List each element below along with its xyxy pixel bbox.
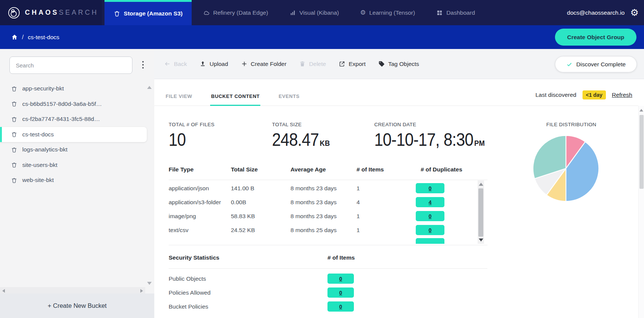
bucket-options-kebab-icon[interactable] [141, 60, 144, 69]
cell-num-items: 1 [357, 185, 416, 192]
bucket-name: app-security-bkt [22, 85, 64, 92]
create-new-bucket-button[interactable]: + Create New Bucket [0, 294, 154, 318]
security-row: Public Objects 0 [169, 272, 487, 286]
cell-average-age: 8 months 23 days [290, 213, 357, 220]
refresh-link[interactable]: Refresh [612, 92, 632, 98]
hscroll-left-arrow[interactable] [2, 289, 5, 293]
nav-item-learning[interactable]: ⚙ Learning (Tensor) [360, 9, 415, 16]
header-num-duplicates: # of Duplicates [416, 166, 487, 173]
security-badge[interactable]: 0 [327, 301, 354, 312]
breadcrumb-bar: / cs-test-docs Create Object Group [0, 25, 644, 49]
nav-item-refinery[interactable]: Refinery (Data Edge) [203, 9, 268, 16]
sidebar-scroll-up-arrow[interactable] [147, 86, 152, 89]
cell-file-type: image/png [169, 213, 231, 220]
user-email: docs@chaossearch.io [567, 9, 625, 16]
total-files-value: 10 [169, 129, 186, 150]
create-folder-button[interactable]: Create Folder [241, 61, 287, 67]
duplicates-badge[interactable]: 4 [416, 197, 444, 207]
bucket-list-item[interactable]: app-security-bkt [0, 81, 147, 96]
duplicates-badge[interactable]: 0 [416, 211, 444, 221]
file-table-scroll-area: application/json 141.00 B 8 months 23 da… [169, 180, 487, 244]
cell-total-size: 0.00B [231, 199, 290, 206]
tab-storage-amazon-s3[interactable]: Storage (Amazon S3) [105, 0, 192, 25]
nav-item-dashboard[interactable]: Dashboard [436, 9, 475, 16]
duplicates-badge[interactable]: 0 [416, 183, 444, 193]
bucket-list-item[interactable]: logs-analytics-bkt [0, 142, 147, 157]
table-scrollbar[interactable] [478, 180, 484, 244]
bucket-name: site-users-bkt [22, 162, 57, 168]
nav-item-label: Dashboard [446, 9, 475, 16]
header-average-age: Average Age [290, 166, 357, 173]
nav-links: Refinery (Data Edge) Visual (Kibana) ⚙ L… [203, 0, 475, 25]
bucket-list-item[interactable]: web-site-bkt [0, 173, 147, 188]
bucket-list-item[interactable]: site-users-bkt [0, 157, 147, 173]
total-files-label: TOTAL # OF FILES [169, 122, 215, 127]
discover-complete-button[interactable]: Discover Complete [555, 56, 637, 72]
total-size-value: 248.47KB [272, 129, 330, 150]
security-title: Security Statistics [169, 254, 327, 261]
upload-button[interactable]: Upload [200, 61, 228, 67]
security-row: Bucket Policies 0 [169, 300, 487, 313]
cell-total-size: 141.00 B [231, 185, 290, 192]
total-size-unit: KB [320, 139, 330, 147]
cell-file-type: application/s3-folder [169, 199, 231, 206]
main-toolbar: Back Upload Create Folder Delete Export … [154, 49, 644, 79]
bucket-icon [11, 162, 17, 168]
file-distribution-title: FILE DISTRIBUTION [546, 122, 596, 127]
tab-events[interactable]: EVENTS [278, 93, 300, 106]
upload-icon [200, 61, 206, 67]
security-badge[interactable]: 0 [327, 274, 354, 284]
security-divider [169, 268, 487, 269]
table-row: application/s3-folder 0.00B 8 months 23 … [169, 195, 487, 209]
tag-objects-button[interactable]: Tag Objects [378, 61, 419, 67]
gear-icon: ⚙ [360, 9, 366, 16]
bucket-icon [11, 147, 17, 153]
file-distribution-pie [532, 135, 600, 202]
security-badge[interactable]: 0 [327, 287, 354, 298]
cell-average-age: 8 months 25 days [290, 227, 357, 234]
table-scroll-up-arrow[interactable] [479, 183, 483, 186]
bucket-icon [11, 101, 17, 107]
sidebar-horizontal-scrollbar[interactable] [0, 287, 145, 294]
cell-average-age: 8 months 23 days [290, 185, 357, 192]
page-scrollbar[interactable] [638, 106, 644, 318]
brand-logo[interactable]: CHAOSSEARCH [0, 0, 102, 25]
bucket-list-item[interactable]: cs-f2ba7747-8431-3fc5-88d… [0, 112, 147, 127]
trash-icon [299, 61, 306, 67]
table-scroll-thumb[interactable] [478, 188, 483, 237]
bucket-list-item[interactable]: cs-test-docs [0, 127, 147, 142]
nav-item-label: Learning (Tensor) [369, 9, 415, 16]
bucket-list-item[interactable]: cs-b6bd5157-8d0d-3a6a-b5f… [0, 96, 147, 112]
duplicates-badge[interactable] [416, 238, 444, 244]
table-row [169, 237, 487, 244]
search-input[interactable] [9, 57, 132, 74]
back-button[interactable]: Back [164, 61, 187, 67]
nav-item-visual[interactable]: Visual (Kibana) [289, 9, 339, 16]
export-icon [339, 61, 345, 67]
hscroll-right-arrow[interactable] [140, 289, 143, 293]
tab-storage-label: Storage (Amazon S3) [124, 10, 183, 17]
page-scroll-up-arrow[interactable] [639, 109, 643, 112]
tab-file-view[interactable]: FILE VIEW [165, 93, 193, 106]
duplicates-badge[interactable]: 0 [416, 225, 444, 235]
delete-button[interactable]: Delete [299, 61, 326, 67]
security-row-label: Bucket Policies [169, 303, 327, 310]
cell-total-size: 58.83 KB [231, 213, 290, 220]
table-bottom-divider [169, 245, 487, 245]
home-icon[interactable] [11, 34, 18, 40]
creation-date-unit: PM [474, 139, 485, 147]
tab-bucket-content[interactable]: BUCKET CONTENT [210, 93, 260, 106]
bucket-list: app-security-bkt cs-b6bd5157-8d0d-3a6a-b… [0, 81, 147, 188]
cell-total-size: 24.52 KB [231, 227, 290, 234]
settings-gear-icon[interactable]: ⚙ [630, 8, 639, 17]
chaossearch-logo-icon [8, 6, 20, 19]
bucket-name: web-site-bkt [22, 177, 54, 183]
page-scroll-thumb[interactable] [639, 115, 644, 189]
bucket-name: cs-b6bd5157-8d0d-3a6a-b5f… [22, 101, 102, 107]
sidebar-scroll-down-arrow[interactable] [147, 282, 152, 285]
table-row: image/png 58.83 KB 8 months 23 days 1 0 [169, 209, 487, 223]
export-button[interactable]: Export [339, 61, 366, 67]
table-scroll-down-arrow[interactable] [479, 238, 483, 242]
create-object-group-button[interactable]: Create Object Group [555, 29, 636, 46]
cell-num-items: 1 [357, 227, 416, 234]
